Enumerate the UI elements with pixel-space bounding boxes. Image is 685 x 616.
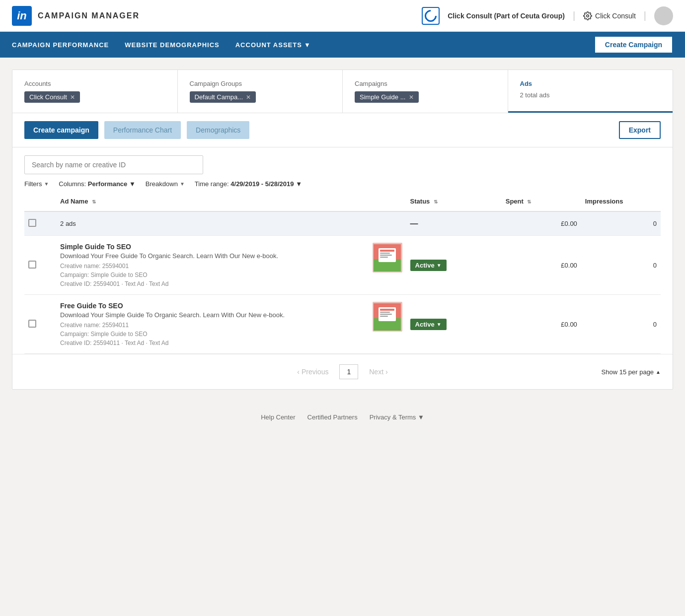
filters-arrow-icon: ▼ bbox=[44, 181, 49, 187]
settings-label: Click Consult bbox=[595, 12, 636, 20]
breakdown-button[interactable]: Breakdown ▼ bbox=[146, 180, 185, 188]
create-campaign-button[interactable]: Create Campaign bbox=[594, 36, 673, 54]
campaigns-close-icon[interactable]: ✕ bbox=[409, 94, 414, 101]
app-title: CAMPAIGN MANAGER bbox=[38, 11, 140, 20]
search-input[interactable] bbox=[24, 155, 203, 174]
accounts-close-icon[interactable]: ✕ bbox=[70, 94, 75, 101]
ad-1-description: Download Your Free Guide To Organic Sear… bbox=[60, 252, 367, 261]
table-body: 2 ads — £0.00 0 bbox=[24, 211, 661, 354]
previous-button[interactable]: ‹ Previous bbox=[290, 365, 335, 379]
breadcrumb-campaigns[interactable]: Campaigns Simple Guide ... ✕ bbox=[343, 70, 508, 113]
header-impressions: Impressions bbox=[581, 192, 661, 211]
summary-spent: £0.00 bbox=[502, 211, 581, 236]
campaign-groups-tag: Default Campa... ✕ bbox=[190, 91, 256, 103]
ad-2-status-badge[interactable]: Active ▼ bbox=[410, 319, 447, 330]
svg-rect-5 bbox=[380, 253, 390, 254]
breadcrumb-campaign-groups[interactable]: Campaign Groups Default Campa... ✕ bbox=[178, 70, 343, 113]
ad-2-spent: £0.00 bbox=[502, 295, 581, 354]
svg-rect-4 bbox=[380, 250, 394, 252]
ad-1-thumbnail bbox=[373, 243, 402, 273]
ad-2-description: Download Your Simple Guide To Organic Se… bbox=[60, 311, 367, 320]
summary-checkbox[interactable] bbox=[28, 219, 36, 227]
footer-certified-partners[interactable]: Certified Partners bbox=[307, 413, 358, 421]
ad-1-impressions: 0 bbox=[581, 236, 661, 295]
page-number-1[interactable]: 1 bbox=[339, 364, 358, 379]
demographics-button[interactable]: Demographics bbox=[187, 121, 249, 139]
org-name: Click Consult (Part of Ceuta Group) bbox=[448, 12, 565, 20]
nav-account-assets[interactable]: ACCOUNT ASSETS ▼ bbox=[235, 39, 311, 51]
breadcrumb-campaign-groups-label: Campaign Groups bbox=[190, 80, 331, 87]
campaigns-tag: Simple Guide ... ✕ bbox=[355, 91, 419, 103]
header-spent[interactable]: Spent ⇅ bbox=[502, 192, 581, 211]
summary-row: 2 ads — £0.00 0 bbox=[24, 211, 661, 236]
pagination-row: ‹ Previous 1 Next › Show 15 per page ▲ bbox=[12, 354, 673, 389]
chevron-left-icon: ‹ bbox=[297, 368, 300, 376]
ad-1-meta: Creative name: 25594001 bbox=[60, 263, 367, 270]
nav-website-demographics[interactable]: WEBSITE DEMOGRAPHICS bbox=[125, 39, 219, 51]
header-status[interactable]: Status ⇅ bbox=[406, 192, 502, 211]
columns-filter[interactable]: Columns: Performance ▼ bbox=[59, 180, 136, 188]
top-navigation: in CAMPAIGN MANAGER Click Consult (Part … bbox=[0, 0, 685, 32]
next-button[interactable]: Next › bbox=[362, 365, 394, 379]
footer-privacy-terms[interactable]: Privacy & Terms ▼ bbox=[370, 413, 424, 421]
summary-impressions: 0 bbox=[581, 211, 661, 236]
svg-point-0 bbox=[587, 14, 589, 17]
main-content: Accounts Click Consult ✕ Campaign Groups… bbox=[0, 58, 685, 402]
ad-1-text: Simple Guide To SEO Download Your Free G… bbox=[60, 243, 367, 287]
ad-2-thumb-svg bbox=[374, 303, 401, 331]
ad-1-status-dropdown-icon: ▼ bbox=[437, 263, 442, 268]
header-checkbox-col bbox=[24, 192, 56, 211]
user-avatar[interactable] bbox=[654, 6, 673, 25]
ad-1-status-cell: Active ▼ bbox=[406, 236, 502, 295]
top-nav-left: in CAMPAIGN MANAGER bbox=[12, 6, 140, 26]
ad-2-checkbox[interactable] bbox=[28, 320, 36, 328]
ad-1-spent: £0.00 bbox=[502, 236, 581, 295]
ad-2-creative-id: Creative ID: 25594011 · Text Ad · Text A… bbox=[60, 340, 367, 346]
time-range-filter[interactable]: Time range: 4/29/2019 - 5/28/2019 ▼ bbox=[195, 180, 302, 188]
page-footer: Help Center Certified Partners Privacy &… bbox=[0, 402, 685, 433]
ad-1-creative-id: Creative ID: 25594001 · Text Ad · Text A… bbox=[60, 280, 367, 287]
ads-total: 2 total ads bbox=[520, 91, 661, 99]
gear-icon bbox=[583, 11, 592, 20]
ad-1-title: Simple Guide To SEO bbox=[60, 243, 367, 251]
columns-arrow-icon: ▼ bbox=[129, 180, 136, 188]
top-nav-right: Click Consult (Part of Ceuta Group) | Cl… bbox=[422, 6, 673, 25]
ad-name-sort-icon: ⇅ bbox=[92, 199, 96, 205]
secondary-navigation: CAMPAIGN PERFORMANCE WEBSITE DEMOGRAPHIC… bbox=[0, 32, 685, 58]
divider-1: | bbox=[573, 10, 575, 21]
ad-2-name-cell: Free Guide To SEO Download Your Simple G… bbox=[56, 295, 406, 354]
ads-table: Ad Name ⇅ Status ⇅ Spent ⇅ Impressions bbox=[24, 192, 661, 354]
header-ad-name[interactable]: Ad Name ⇅ bbox=[56, 192, 406, 211]
ad-2-impressions: 0 bbox=[581, 295, 661, 354]
ad-2-thumbnail bbox=[373, 302, 402, 332]
ad-1-name-cell: Simple Guide To SEO Download Your Free G… bbox=[56, 236, 406, 295]
ad-1-checkbox[interactable] bbox=[28, 261, 36, 269]
org-logo bbox=[422, 7, 440, 25]
show-per-page[interactable]: Show 15 per page ▲ bbox=[602, 368, 661, 376]
per-page-arrow-icon: ▲ bbox=[656, 369, 661, 375]
breadcrumb-accounts[interactable]: Accounts Click Consult ✕ bbox=[12, 70, 178, 113]
filters-button[interactable]: Filters ▼ bbox=[24, 180, 49, 188]
footer-help-center[interactable]: Help Center bbox=[261, 413, 295, 421]
breadcrumb-campaigns-label: Campaigns bbox=[355, 80, 496, 87]
breadcrumb-row: Accounts Click Consult ✕ Campaign Groups… bbox=[12, 70, 673, 113]
svg-rect-14 bbox=[380, 316, 388, 317]
nav-campaign-performance[interactable]: CAMPAIGN PERFORMANCE bbox=[12, 39, 109, 51]
campaign-groups-close-icon[interactable]: ✕ bbox=[246, 94, 251, 101]
create-campaign-blue-button[interactable]: Create campaign bbox=[24, 121, 98, 139]
ad-2-meta: Creative name: 25594011 bbox=[60, 322, 367, 329]
divider-2: | bbox=[644, 10, 646, 21]
svg-rect-7 bbox=[380, 257, 388, 258]
breadcrumb-accounts-label: Accounts bbox=[24, 80, 165, 87]
ad-1-status-badge[interactable]: Active ▼ bbox=[410, 260, 447, 271]
filter-row: Filters ▼ Columns: Performance ▼ Breakdo… bbox=[24, 180, 661, 188]
settings-button[interactable]: Click Consult bbox=[583, 11, 636, 20]
accounts-tag: Click Consult ✕ bbox=[24, 91, 80, 103]
ad-2-campaign: Campaign: Simple Guide to SEO bbox=[60, 331, 367, 338]
table-row: Free Guide To SEO Download Your Simple G… bbox=[24, 295, 661, 354]
timerange-arrow-icon: ▼ bbox=[296, 180, 302, 188]
linkedin-logo: in bbox=[12, 6, 32, 26]
performance-chart-button[interactable]: Performance Chart bbox=[104, 121, 181, 139]
breadcrumb-ads[interactable]: Ads 2 total ads bbox=[508, 70, 673, 113]
export-button[interactable]: Export bbox=[619, 121, 661, 139]
